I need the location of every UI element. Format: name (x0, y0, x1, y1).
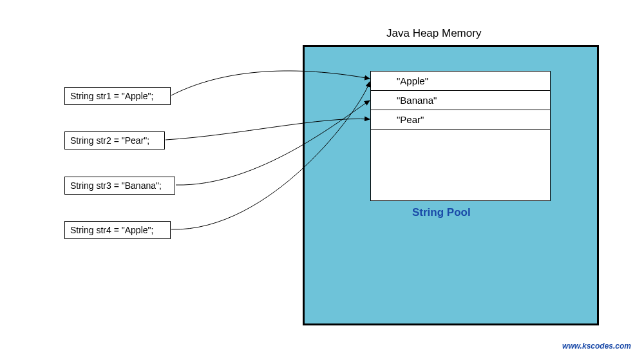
pool-entry-apple: "Apple" (371, 72, 550, 91)
pool-label: String Pool (412, 206, 471, 219)
heap-title: Java Heap Memory (386, 27, 481, 40)
declaration-code: String str1 = "Apple"; (70, 91, 153, 101)
watermark: www.kscodes.com (562, 342, 631, 351)
string-pool-box: "Apple" "Banana" "Pear" (370, 71, 551, 201)
declaration-str4: String str4 = "Apple"; (64, 221, 171, 239)
declaration-code: String str3 = "Banana"; (70, 180, 162, 191)
declaration-code: String str4 = "Apple"; (70, 225, 153, 235)
declaration-str2: String str2 = "Pear"; (64, 131, 165, 150)
declaration-code: String str2 = "Pear"; (70, 135, 149, 146)
declaration-str1: String str1 = "Apple"; (64, 87, 171, 105)
pool-entry-pear: "Pear" (371, 110, 550, 130)
pool-entry-empty (371, 130, 550, 200)
pool-entry-banana: "Banana" (371, 91, 550, 110)
declaration-str3: String str3 = "Banana"; (64, 177, 175, 195)
